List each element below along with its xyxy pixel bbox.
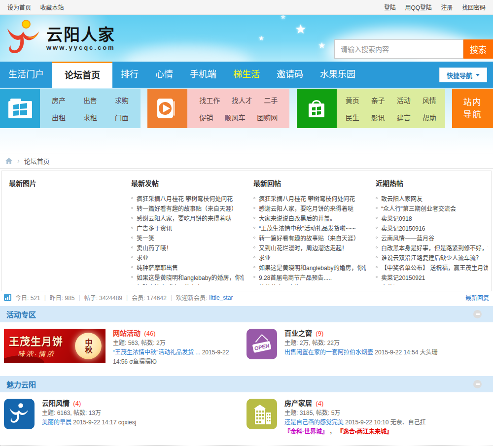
quick-link[interactable]: 出租: [52, 112, 66, 122]
post-link[interactable]: 疯狂采摘八月桂花 攀树弯枝何处问花: [259, 194, 355, 203]
quick-link[interactable]: 亲子: [371, 95, 385, 105]
section-header-charm-yunyang[interactable]: 魅力云阳: [0, 376, 493, 392]
breadcrumb-current[interactable]: 论坛首页: [24, 156, 50, 166]
post-link[interactable]: 卖菜记20150921: [381, 273, 425, 281]
forum-title-link[interactable]: 网站活动: [113, 329, 141, 337]
store-bag-icon[interactable]: [297, 89, 337, 128]
post-link[interactable]: 驾驶中注意听这两种声音: [137, 283, 202, 285]
folder-window-icon[interactable]: [0, 89, 40, 128]
forum-title-link[interactable]: 房产家居: [284, 399, 312, 407]
post-link[interactable]: 卖菜记20150916: [381, 224, 425, 232]
last-post-link[interactable]: “王茂生浓情中秋”活动礼品发货 ...: [113, 349, 200, 356]
site-nav-button[interactable]: 站内 导航: [452, 89, 493, 128]
quick-link[interactable]: 帮助: [423, 112, 436, 122]
forum-title-link[interactable]: 百业之窗: [284, 329, 312, 337]
quick-link[interactable]: 风情: [423, 95, 436, 105]
search-input[interactable]: [334, 39, 463, 59]
search-button[interactable]: 搜索: [463, 39, 493, 59]
quick-link[interactable]: 找人才: [232, 95, 252, 105]
quick-link[interactable]: 求购: [115, 95, 129, 105]
post-link[interactable]: 纯种萨摩耶出售: [137, 263, 178, 272]
set-homepage-link[interactable]: 设为首页: [7, 4, 31, 11]
nav-item-fruit-park[interactable]: 水果乐园: [312, 62, 364, 88]
post-link[interactable]: 9.28首届电商节产品预告.....: [259, 273, 332, 281]
subforum-link-yihe[interactable]: 『逸合•两江未来城』: [337, 428, 392, 435]
quick-link[interactable]: 黄页: [346, 95, 359, 105]
post-link[interactable]: 卖山药了哦！: [137, 243, 172, 252]
nav-item-mobile[interactable]: 手机端: [181, 62, 225, 88]
post-link[interactable]: 又到山花烂漫时，周边溜达走起！: [259, 243, 348, 252]
column-title: 最新回帖: [253, 178, 366, 188]
quick-link[interactable]: 门面: [115, 112, 129, 122]
quick-link[interactable]: 房产: [52, 95, 66, 105]
post-link[interactable]: 感谢云阳人家，要吃月饼的来得着哒: [137, 214, 231, 222]
post-link[interactable]: “王茂生浓情中秋”活动礼品发货啦~~~: [259, 224, 356, 232]
quick-link[interactable]: 求租: [83, 112, 97, 122]
quick-link[interactable]: 团购网: [257, 112, 278, 122]
buildings-icon[interactable]: [246, 399, 277, 429]
quick-nav-button[interactable]: 快捷导航: [439, 68, 487, 82]
post-link[interactable]: 转一篇好看有趣的故事贴（来自天涯）: [137, 204, 237, 212]
open-sign-icon[interactable]: OPEN: [246, 329, 277, 359]
star-decoration: ★: [258, 34, 264, 42]
last-post-link[interactable]: 还是自己画的感觉完美: [284, 419, 344, 426]
bullet-icon: [376, 207, 378, 209]
post-link[interactable]: “众人行”第三期创业者交流会: [381, 204, 456, 212]
last-post-link[interactable]: 出售闲置在家的一套阿拉伯水烟壶: [284, 349, 373, 356]
post-link[interactable]: 广告多于资讯: [137, 224, 172, 232]
latest-reply-link[interactable]: 最新回复: [465, 293, 489, 302]
nav-item-ti-life[interactable]: 梯生活: [225, 62, 268, 88]
post-link[interactable]: 如果这是黄晓明和anglebaby的婚房，你信吗: [259, 263, 366, 272]
post-link[interactable]: 如果这是黄晓明和anglebaby的婚房，你信吗: [137, 273, 244, 281]
minus-circle-icon[interactable]: [473, 310, 482, 318]
new-member-link[interactable]: little_star: [209, 294, 233, 301]
post-link[interactable]: 笑一笑: [137, 234, 154, 242]
forum-title-link[interactable]: 云阳风情: [42, 399, 70, 407]
post-link[interactable]: 转一篇好看有趣的故事贴（来自天涯）: [259, 234, 359, 242]
register-link[interactable]: 注册: [441, 4, 453, 11]
post-link[interactable]: 疯狂采摘八月桂花 攀树弯枝何处问花: [137, 194, 233, 203]
home-icon[interactable]: [5, 157, 13, 165]
post-link[interactable]: 感谢云阳人家，要吃月饼的来得着哒: [259, 204, 353, 212]
mooncake-banner-image[interactable]: 王茂生月饼 味浓·情浓 中秋: [4, 329, 106, 363]
site-logo[interactable]: 云阳人家 www.yycqc.com: [4, 19, 115, 58]
nav-item-life-portal[interactable]: 生活门户: [0, 62, 52, 88]
quick-link[interactable]: 活动: [397, 95, 411, 105]
quick-link[interactable]: 顺风车: [225, 112, 246, 122]
moon-text: 中秋: [83, 339, 94, 353]
nav-item-invite-code[interactable]: 邀请码: [268, 62, 312, 88]
login-link[interactable]: 登陆: [384, 4, 396, 11]
section-header-activity[interactable]: 活动专区: [0, 306, 493, 322]
post-link[interactable]: 卖菜记20150917: [381, 283, 425, 285]
last-post-link[interactable]: 美丽的早晨: [42, 419, 71, 426]
post-link[interactable]: 谁说云双沿江路复建后缺少人流车流？: [381, 253, 482, 262]
post-link[interactable]: 【中奖名单公布】 送祝福，赢王茂生月饼桃: [381, 263, 488, 272]
quick-link[interactable]: 影讯: [371, 112, 385, 122]
nav-item-forum-home[interactable]: 论坛首页: [52, 62, 112, 88]
subforum-link-jinke[interactable]: 『金科·世界城』: [284, 428, 328, 435]
quick-link[interactable]: 找工作: [199, 95, 220, 105]
media-play-icon[interactable]: [147, 89, 187, 128]
quick-link[interactable]: 促销: [199, 112, 213, 122]
post-link[interactable]: 卖菜记0918: [381, 214, 412, 222]
minus-circle-icon[interactable]: [473, 380, 482, 388]
post-link[interactable]: 求业: [137, 253, 148, 262]
bookmark-site-link[interactable]: 收藏本站: [40, 4, 64, 11]
nav-item-mood[interactable]: 心情: [147, 62, 181, 88]
quick-link[interactable]: 二手: [264, 95, 278, 105]
post-link[interactable]: 云南风情——蓝月谷: [381, 234, 434, 242]
nav-item-ranking[interactable]: 排行: [112, 62, 147, 88]
post-link[interactable]: 致云阳人家网友: [381, 194, 423, 203]
quick-link[interactable]: 出售: [83, 95, 97, 105]
quick-link[interactable]: 民生: [346, 112, 359, 122]
post-link[interactable]: 白改黑本身是好事，但是路紧到修不好，市: [381, 243, 488, 252]
quick-link[interactable]: 建言: [397, 112, 411, 122]
star-decoration: ★: [318, 40, 325, 51]
yunyang-figure-icon[interactable]: [4, 399, 35, 429]
recover-password-link[interactable]: 找回密码: [462, 4, 486, 11]
post-link[interactable]: 纯种萨摩耶出售: [259, 283, 300, 285]
post-link[interactable]: 大家来说说白改黑后的井盖。: [259, 214, 336, 222]
qq-login-link[interactable]: 用QQ登陆: [405, 4, 432, 11]
quick-group-services: 黄页亲子活动风情 民生影讯建言帮助: [297, 89, 445, 128]
post-link[interactable]: 求业: [259, 253, 271, 262]
